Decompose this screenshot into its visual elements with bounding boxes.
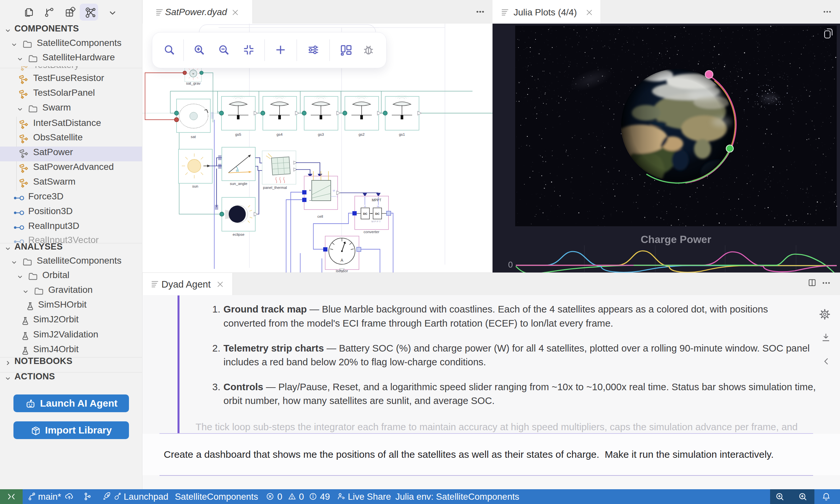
svg-text:+: + (309, 188, 311, 192)
svg-text:gs3: gs3 (318, 132, 324, 137)
svg-text:HL: HL (377, 205, 380, 208)
svg-text:eclipse: eclipse (233, 233, 244, 236)
svg-text:panel_thermal: panel_thermal (263, 185, 287, 190)
svg-text:MPPT: MPPT (372, 198, 382, 202)
svg-text:Vt: Vt (364, 205, 366, 208)
svg-text:sat_grav: sat_grav (186, 81, 200, 85)
svg-text:−: − (309, 198, 311, 203)
svg-text:cell: cell (317, 214, 323, 218)
svg-text:gs4: gs4 (277, 132, 283, 137)
svg-text:A: A (340, 258, 343, 263)
svg-text:T: T (336, 196, 338, 198)
svg-text:sun_angle: sun_angle (230, 182, 247, 185)
svg-text:isensor: isensor (336, 269, 348, 272)
svg-text:gs2: gs2 (358, 132, 365, 137)
svg-text:gs1: gs1 (399, 132, 405, 137)
svg-text:Vt: Vt (333, 190, 335, 192)
svg-text:sun: sun (192, 184, 198, 188)
svg-text:0: 0 (508, 260, 513, 270)
svg-text:θ: θ (236, 169, 238, 173)
svg-text:DC: DC (375, 212, 380, 215)
svg-text:M: M (193, 73, 194, 75)
svg-text:MPPT: MPPT (371, 220, 381, 223)
svg-text:Charge Power: Charge Power (641, 233, 711, 245)
svg-text:sat: sat (191, 135, 196, 139)
svg-text:DC: DC (363, 212, 368, 215)
svg-text:converter: converter (364, 230, 379, 234)
svg-text:gs5: gs5 (235, 132, 242, 137)
